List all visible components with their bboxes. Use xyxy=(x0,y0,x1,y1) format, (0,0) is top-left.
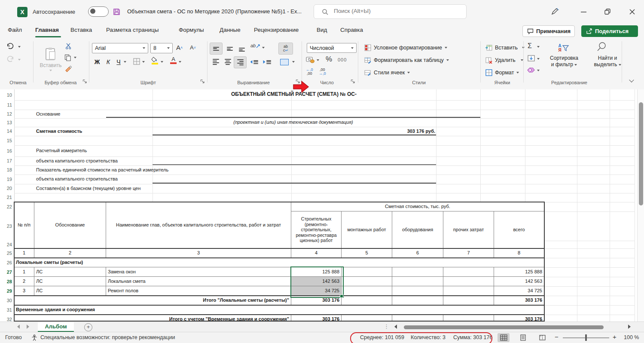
tab-page-layout[interactable]: Разметка страницы xyxy=(106,27,159,33)
new-sheet-button[interactable]: + xyxy=(84,323,92,331)
cut-button[interactable] xyxy=(65,43,72,49)
cell-obosnovanie[interactable]: ЛС xyxy=(34,277,106,286)
currency-icon[interactable] xyxy=(306,56,314,63)
increase-indent-icon[interactable] xyxy=(261,56,272,67)
cell-empty[interactable] xyxy=(443,267,494,277)
cell-empty[interactable] xyxy=(342,296,392,305)
comments-button[interactable]: Примечания xyxy=(522,25,575,37)
search-input[interactable] xyxy=(333,7,459,15)
font-size-combo[interactable]: 8 xyxy=(150,43,173,53)
tab-review[interactable]: Рецензирование xyxy=(254,27,299,33)
section-row[interactable]: Локальные сметы (расчеты) xyxy=(14,258,544,267)
font-color-icon[interactable]: А xyxy=(170,56,177,64)
insert-cells-button[interactable]: Вставить xyxy=(485,42,525,53)
cell-npp[interactable]: 3 xyxy=(14,286,34,296)
total2-vsego[interactable]: 303 176 xyxy=(494,315,544,322)
total2-stroit[interactable]: 303 176 xyxy=(291,315,342,322)
cell-naimenovanie[interactable]: Ремонт полов xyxy=(106,286,291,296)
autosum-dropdown[interactable] xyxy=(537,46,540,48)
close-icon[interactable] xyxy=(626,6,638,17)
currency-dropdown[interactable] xyxy=(317,59,319,61)
tab-data[interactable]: Данные xyxy=(220,27,241,33)
percent-style-button[interactable]: % xyxy=(326,55,332,64)
accessibility-icon[interactable] xyxy=(31,334,38,341)
decrease-decimal-button[interactable]: ←,0 ,00 xyxy=(306,68,313,76)
format-painter-button[interactable] xyxy=(65,65,73,73)
cell-empty[interactable] xyxy=(342,286,392,296)
font-name-combo[interactable]: Arial xyxy=(92,43,148,53)
accessibility-status[interactable]: Специальные возможности: проверьте реком… xyxy=(40,334,175,340)
cell-stroit selected-cell[interactable]: 34 725 xyxy=(291,286,342,296)
underline-button[interactable]: Ч xyxy=(114,57,123,67)
tab-home[interactable]: Главная xyxy=(35,27,59,33)
decrease-indent-icon[interactable] xyxy=(248,56,259,67)
next-sheet-icon[interactable] xyxy=(27,325,29,329)
align-right-button[interactable] xyxy=(234,56,247,68)
merge-center-dropdown[interactable] xyxy=(292,61,295,63)
selection-fill-handle[interactable] xyxy=(340,294,343,298)
sort-filter-labels[interactable]: Сортировка и фильтр xyxy=(543,55,586,68)
total1-stroit[interactable]: 303 176 xyxy=(291,296,342,305)
cell-obosnovanie[interactable]: ЛС xyxy=(34,286,106,296)
page-break-icon[interactable] xyxy=(536,333,548,342)
cell-empty[interactable] xyxy=(342,267,392,277)
tab-help[interactable]: Справка xyxy=(340,27,363,33)
merge-center-button[interactable] xyxy=(279,56,290,67)
cell-naimenovanie[interactable]: Локальная смета xyxy=(106,277,291,286)
tab-splitter-handle[interactable]: ⋮ xyxy=(384,323,389,330)
tab-formulas[interactable]: Формулы xyxy=(179,27,204,33)
zoom-out-icon[interactable]: − xyxy=(555,333,559,340)
number-dialog-launcher[interactable] xyxy=(351,79,356,84)
section-row[interactable]: Временные здания и сооружения xyxy=(14,305,544,315)
cell-empty[interactable] xyxy=(443,277,494,286)
hscroll-left-icon[interactable] xyxy=(394,325,397,329)
vertical-scrollbar[interactable] xyxy=(637,89,644,322)
fill-dropdown[interactable] xyxy=(537,58,540,60)
autosave-toggle[interactable] xyxy=(88,6,109,17)
format-as-table-button[interactable]: Форматировать как таблицу xyxy=(364,55,449,66)
bold-button[interactable]: Ж xyxy=(93,57,101,67)
total1-vsego[interactable]: 303 176 xyxy=(494,296,544,305)
tab-file[interactable]: Файл xyxy=(8,27,22,33)
cell-obosnovanie[interactable]: ЛС xyxy=(34,267,106,277)
zoom-slider-thumb[interactable] xyxy=(585,334,587,341)
undo-dropdown[interactable] xyxy=(18,46,21,48)
cell-stroit active-cell[interactable]: 125 888 xyxy=(291,267,342,277)
borders-dropdown[interactable] xyxy=(142,61,145,63)
undo-button[interactable] xyxy=(6,43,15,50)
increase-font-icon[interactable]: А˄ xyxy=(176,44,183,51)
redo-button[interactable] xyxy=(6,56,15,63)
cell-npp[interactable]: 1 xyxy=(14,267,34,277)
share-button[interactable]: Поделиться xyxy=(581,25,638,37)
font-dialog-launcher[interactable] xyxy=(200,79,205,84)
spreadsheet-grid[interactable]: 10 11 12 13 14 15 16 17 18 19 20 21 22 2… xyxy=(0,89,637,322)
conditional-formatting-button[interactable]: Условное форматирование xyxy=(364,42,447,53)
orientation-dropdown[interactable] xyxy=(262,47,265,49)
align-bottom-button[interactable] xyxy=(236,43,248,54)
align-left-button[interactable] xyxy=(210,56,222,67)
cell-empty[interactable] xyxy=(342,315,392,322)
normal-view-icon[interactable] xyxy=(497,333,510,342)
fill-color-dropdown[interactable] xyxy=(161,61,163,63)
search-box[interactable] xyxy=(314,4,467,19)
fill-button[interactable] xyxy=(528,55,535,61)
zoom-in-icon[interactable]: + xyxy=(613,333,617,340)
cell-empty[interactable] xyxy=(392,277,443,286)
align-center-button[interactable] xyxy=(222,56,234,67)
borders-icon[interactable] xyxy=(133,58,140,65)
zoom-level[interactable]: 100 % xyxy=(624,334,639,340)
delete-cells-button[interactable]: Удалить xyxy=(485,55,523,66)
cell-styles-button[interactable]: Стили ячеек xyxy=(364,67,410,78)
cell-naimenovanie[interactable]: Замена окон xyxy=(106,267,291,277)
hscroll-right-icon[interactable] xyxy=(628,325,631,329)
decrease-font-icon[interactable]: А˅ xyxy=(190,44,196,51)
cell-empty[interactable] xyxy=(392,286,443,296)
cell-vsego[interactable]: 142 563 xyxy=(494,277,544,286)
italic-button[interactable]: К xyxy=(104,57,113,67)
cell-vsego[interactable]: 125 888 xyxy=(494,267,544,277)
cell-npp[interactable]: 2 xyxy=(14,277,34,286)
minimize-icon[interactable] xyxy=(577,6,590,17)
excel-logo-icon[interactable]: X xyxy=(17,7,27,17)
save-icon[interactable] xyxy=(113,8,121,16)
align-middle-button[interactable] xyxy=(224,43,236,54)
